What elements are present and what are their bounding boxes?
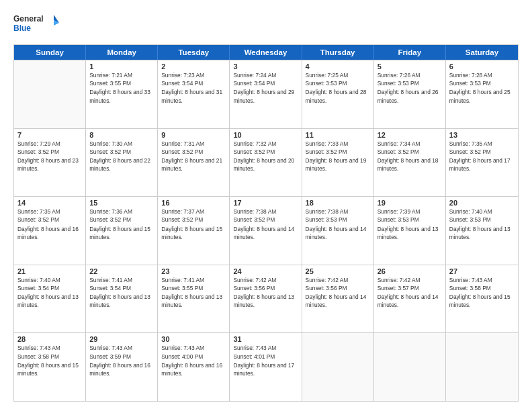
day-cell-24: 24Sunrise: 7:42 AMSunset: 3:56 PMDayligh… <box>230 265 302 333</box>
sunrise-text: Sunrise: 7:43 AM <box>161 344 226 352</box>
day-number: 27 <box>449 267 515 275</box>
day-number: 9 <box>161 131 226 139</box>
daylight-text: Daylight: 8 hours and 14 minutes. <box>233 225 298 241</box>
calendar-body: 1Sunrise: 7:21 AMSunset: 3:55 PMDaylight… <box>14 60 518 401</box>
sunset-text: Sunset: 4:01 PM <box>233 353 298 361</box>
sunset-text: Sunset: 3:52 PM <box>233 216 298 224</box>
week-row-0: 1Sunrise: 7:21 AMSunset: 3:55 PMDaylight… <box>14 60 518 128</box>
day-cell-13: 13Sunrise: 7:35 AMSunset: 3:52 PMDayligh… <box>446 129 518 197</box>
sunrise-text: Sunrise: 7:21 AM <box>89 71 154 79</box>
day-number: 18 <box>306 199 370 207</box>
sunset-text: Sunset: 3:53 PM <box>306 79 370 87</box>
day-cell-15: 15Sunrise: 7:36 AMSunset: 3:52 PMDayligh… <box>86 197 158 265</box>
sunrise-text: Sunrise: 7:39 AM <box>378 208 442 216</box>
day-number: 19 <box>378 199 442 207</box>
daylight-text: Daylight: 8 hours and 23 minutes. <box>17 156 82 173</box>
daylight-text: Daylight: 8 hours and 13 minutes. <box>233 293 298 309</box>
day-cell-19: 19Sunrise: 7:39 AMSunset: 3:53 PMDayligh… <box>374 197 446 265</box>
sunset-text: Sunset: 3:54 PM <box>89 284 154 292</box>
day-number: 10 <box>233 131 298 139</box>
day-number: 5 <box>378 62 442 71</box>
day-cell-29: 29Sunrise: 7:43 AMSunset: 3:59 PMDayligh… <box>86 333 158 401</box>
day-number: 20 <box>449 199 515 207</box>
day-number: 30 <box>161 335 226 343</box>
daylight-text: Daylight: 8 hours and 20 minutes. <box>233 156 298 173</box>
daylight-text: Daylight: 8 hours and 33 minutes. <box>89 88 154 104</box>
day-cell-10: 10Sunrise: 7:32 AMSunset: 3:52 PMDayligh… <box>230 129 302 197</box>
day-number: 2 <box>161 62 226 71</box>
day-number: 12 <box>378 131 442 139</box>
daylight-text: Daylight: 8 hours and 21 minutes. <box>161 156 226 173</box>
daylight-text: Daylight: 8 hours and 22 minutes. <box>89 156 154 173</box>
header-cell-thursday: Thursday <box>302 45 374 60</box>
sunset-text: Sunset: 3:53 PM <box>449 79 515 87</box>
day-number: 17 <box>233 199 298 207</box>
svg-text:General: General <box>13 14 44 24</box>
sunrise-text: Sunrise: 7:25 AM <box>306 71 370 79</box>
sunset-text: Sunset: 3:52 PM <box>449 148 515 156</box>
sunset-text: Sunset: 3:59 PM <box>89 353 154 361</box>
daylight-text: Daylight: 8 hours and 31 minutes. <box>161 88 226 104</box>
sunset-text: Sunset: 3:56 PM <box>306 284 370 292</box>
sunset-text: Sunset: 3:52 PM <box>378 148 442 156</box>
sunrise-text: Sunrise: 7:40 AM <box>449 208 515 216</box>
day-cell-6: 6Sunrise: 7:28 AMSunset: 3:53 PMDaylight… <box>446 60 518 128</box>
sunset-text: Sunset: 3:52 PM <box>17 216 82 224</box>
day-number: 25 <box>306 267 370 275</box>
day-cell-20: 20Sunrise: 7:40 AMSunset: 3:53 PMDayligh… <box>446 197 518 265</box>
sunset-text: Sunset: 3:52 PM <box>89 216 154 224</box>
daylight-text: Daylight: 8 hours and 26 minutes. <box>378 88 442 104</box>
day-number: 29 <box>89 335 154 343</box>
daylight-text: Daylight: 8 hours and 15 minutes. <box>449 293 515 309</box>
sunrise-text: Sunrise: 7:41 AM <box>161 276 226 284</box>
day-cell-17: 17Sunrise: 7:38 AMSunset: 3:52 PMDayligh… <box>230 197 302 265</box>
sunset-text: Sunset: 3:54 PM <box>233 79 298 87</box>
header-cell-saturday: Saturday <box>446 45 518 60</box>
sunrise-text: Sunrise: 7:31 AM <box>161 140 226 148</box>
daylight-text: Daylight: 8 hours and 29 minutes. <box>233 88 298 104</box>
daylight-text: Daylight: 8 hours and 19 minutes. <box>306 156 370 173</box>
day-cell-empty-4-5 <box>374 333 446 401</box>
daylight-text: Daylight: 8 hours and 13 minutes. <box>449 225 515 241</box>
day-cell-28: 28Sunrise: 7:43 AMSunset: 3:58 PMDayligh… <box>14 333 86 401</box>
day-cell-14: 14Sunrise: 7:35 AMSunset: 3:52 PMDayligh… <box>14 197 86 265</box>
daylight-text: Daylight: 8 hours and 16 minutes. <box>17 225 82 241</box>
day-cell-16: 16Sunrise: 7:37 AMSunset: 3:52 PMDayligh… <box>158 197 230 265</box>
day-number: 31 <box>233 335 298 343</box>
day-number: 15 <box>89 199 154 207</box>
calendar: SundayMondayTuesdayWednesdayThursdayFrid… <box>13 44 519 402</box>
sunrise-text: Sunrise: 7:38 AM <box>306 208 370 216</box>
sunrise-text: Sunrise: 7:35 AM <box>17 208 82 216</box>
day-number: 8 <box>89 131 154 139</box>
daylight-text: Daylight: 8 hours and 15 minutes. <box>161 225 226 241</box>
sunset-text: Sunset: 3:52 PM <box>161 216 226 224</box>
sunset-text: Sunset: 3:52 PM <box>161 148 226 156</box>
sunrise-text: Sunrise: 7:38 AM <box>233 208 298 216</box>
daylight-text: Daylight: 8 hours and 13 minutes. <box>378 225 442 241</box>
sunrise-text: Sunrise: 7:33 AM <box>306 140 370 148</box>
day-number: 13 <box>449 131 515 139</box>
sunrise-text: Sunrise: 7:26 AM <box>378 71 442 79</box>
sunrise-text: Sunrise: 7:41 AM <box>89 276 154 284</box>
daylight-text: Daylight: 8 hours and 18 minutes. <box>378 156 442 173</box>
sunrise-text: Sunrise: 7:42 AM <box>306 276 370 284</box>
week-row-2: 14Sunrise: 7:35 AMSunset: 3:52 PMDayligh… <box>14 196 518 265</box>
sunrise-text: Sunrise: 7:35 AM <box>449 140 515 148</box>
day-number: 6 <box>449 62 515 71</box>
svg-text:Blue: Blue <box>13 24 31 33</box>
daylight-text: Daylight: 8 hours and 28 minutes. <box>306 88 370 104</box>
daylight-text: Daylight: 8 hours and 15 minutes. <box>89 225 154 241</box>
day-cell-4: 4Sunrise: 7:25 AMSunset: 3:53 PMDaylight… <box>302 60 374 128</box>
sunset-text: Sunset: 3:53 PM <box>378 216 442 224</box>
sunrise-text: Sunrise: 7:43 AM <box>233 344 298 352</box>
sunset-text: Sunset: 3:55 PM <box>161 284 226 292</box>
sunset-text: Sunset: 3:58 PM <box>17 353 82 361</box>
day-cell-22: 22Sunrise: 7:41 AMSunset: 3:54 PMDayligh… <box>86 265 158 333</box>
sunrise-text: Sunrise: 7:37 AM <box>161 208 226 216</box>
sunset-text: Sunset: 3:55 PM <box>89 79 154 87</box>
sunset-text: Sunset: 3:53 PM <box>306 216 370 224</box>
day-cell-5: 5Sunrise: 7:26 AMSunset: 3:53 PMDaylight… <box>374 60 446 128</box>
day-cell-9: 9Sunrise: 7:31 AMSunset: 3:52 PMDaylight… <box>158 129 230 197</box>
page: General Blue SundayMondayTuesdayWednesda… <box>0 0 532 411</box>
sunrise-text: Sunrise: 7:24 AM <box>233 71 298 79</box>
